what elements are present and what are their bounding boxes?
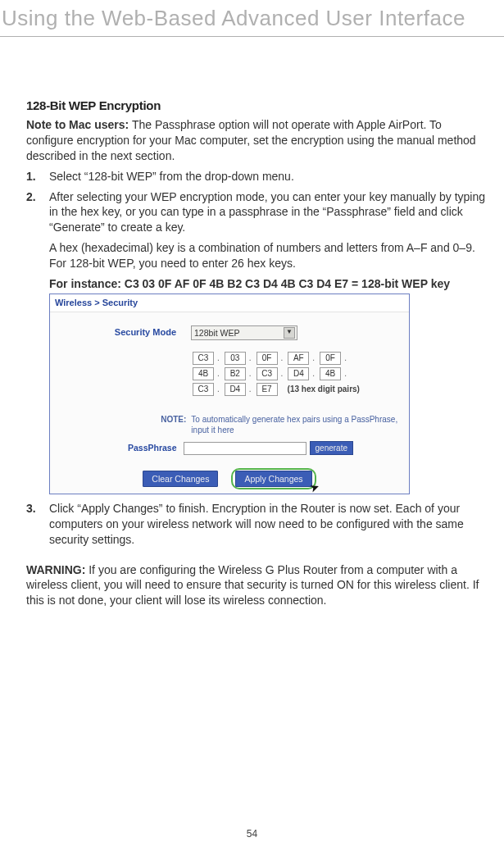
- hex-example: For instance: C3 03 0F AF 0F 4B B2 C3 D4…: [49, 276, 488, 292]
- clear-changes-button[interactable]: Clear Changes: [143, 471, 218, 487]
- warning-label: WARNING:: [26, 563, 85, 576]
- warning-paragraph: WARNING: If you are configuring the Wire…: [26, 562, 488, 609]
- security-mode-row: Security Mode 128bit WEP ▼: [88, 325, 409, 340]
- button-row: Clear Changes Apply Changes ➤: [50, 468, 409, 489]
- apply-changes-button[interactable]: Apply Changes: [235, 471, 311, 487]
- hex-input[interactable]: AF: [288, 352, 309, 365]
- step-2: After selecting your WEP encryption mode…: [26, 189, 488, 494]
- hex-separator: .: [281, 353, 284, 364]
- warning-text: If you are configuring the Wireless G Pl…: [26, 563, 479, 608]
- hex-input[interactable]: D4: [225, 383, 246, 396]
- step-2-subtext: A hex (hexadecimal) key is a combination…: [49, 240, 488, 271]
- page-header: Using the Web-Based Advanced User Interf…: [0, 0, 504, 37]
- step-3: Click “Apply Changes” to finish. Encrypt…: [26, 501, 488, 548]
- passphrase-note: NOTE: To automatically generate hex pair…: [157, 414, 409, 436]
- hex-pairs-note: (13 hex digit pairs): [288, 384, 360, 395]
- hex-input[interactable]: E7: [257, 383, 278, 396]
- hex-separator: .: [344, 353, 347, 364]
- hex-input[interactable]: 4B: [193, 367, 214, 380]
- note-prefix: NOTE:: [157, 414, 186, 436]
- hex-separator: .: [312, 353, 315, 364]
- hex-separator: .: [281, 368, 284, 380]
- hex-input[interactable]: 03: [225, 352, 246, 365]
- passphrase-input[interactable]: [184, 442, 306, 455]
- step-3-text: Click “Apply Changes” to finish. Encrypt…: [49, 502, 464, 546]
- router-breadcrumb: Wireless > Security: [50, 294, 409, 312]
- content-area: 128-Bit WEP Encryption Note to Mac users…: [0, 37, 504, 608]
- dropdown-arrow-icon: ▼: [284, 327, 295, 339]
- hex-key-grid: C3. 03. 0F. AF. 0F. 4B. B2. C3. D4. 4B.: [193, 352, 409, 396]
- hex-separator: .: [249, 384, 252, 395]
- mac-note-paragraph: Note to Mac users: The Passphrase option…: [26, 117, 488, 164]
- passphrase-row: PassPhrase generate: [128, 441, 409, 456]
- generate-button[interactable]: generate: [310, 441, 353, 456]
- cursor-icon: ➤: [307, 478, 322, 496]
- security-mode-select[interactable]: 128bit WEP ▼: [191, 325, 297, 340]
- security-mode-value: 128bit WEP: [194, 327, 239, 339]
- page-number: 54: [0, 828, 504, 840]
- hex-separator: .: [344, 368, 347, 380]
- hex-row-1: C3. 03. 0F. AF. 0F.: [193, 352, 409, 365]
- hex-separator: .: [249, 353, 252, 364]
- hex-row-3: C3. D4. E7 (13 hex digit pairs): [193, 383, 409, 396]
- hex-separator: .: [249, 368, 252, 380]
- hex-input[interactable]: C3: [257, 367, 278, 380]
- hex-input[interactable]: 4B: [320, 367, 341, 380]
- hex-input[interactable]: B2: [225, 367, 246, 380]
- hex-separator: .: [217, 384, 220, 395]
- step-2-text: After selecting your WEP encryption mode…: [49, 190, 485, 234]
- hex-separator: .: [217, 353, 220, 364]
- step-1: Select “128-bit WEP” from the drop-down …: [26, 169, 488, 184]
- hex-row-2: 4B. B2. C3. D4. 4B.: [193, 367, 409, 380]
- hex-input[interactable]: 0F: [257, 352, 278, 365]
- mac-note-label: Note to Mac users:: [26, 118, 129, 131]
- router-screenshot: Wireless > Security Security Mode 128bit…: [49, 294, 410, 494]
- hex-input[interactable]: C3: [193, 383, 214, 396]
- security-mode-label: Security Mode: [88, 326, 176, 339]
- passphrase-label: PassPhrase: [128, 442, 177, 453]
- hex-input[interactable]: C3: [193, 352, 214, 365]
- hex-input[interactable]: 0F: [320, 352, 341, 365]
- step-1-text: Select “128-bit WEP” from the drop-down …: [49, 170, 294, 183]
- hex-separator: .: [312, 368, 315, 380]
- hex-separator: .: [217, 368, 220, 380]
- steps-list: Select “128-bit WEP” from the drop-down …: [26, 169, 488, 548]
- note-text: To automatically generate hex pairs usin…: [191, 414, 409, 436]
- section-title: 128-Bit WEP Encryption: [26, 98, 488, 112]
- apply-highlight-oval: Apply Changes ➤: [231, 468, 316, 489]
- hex-input[interactable]: D4: [288, 367, 309, 380]
